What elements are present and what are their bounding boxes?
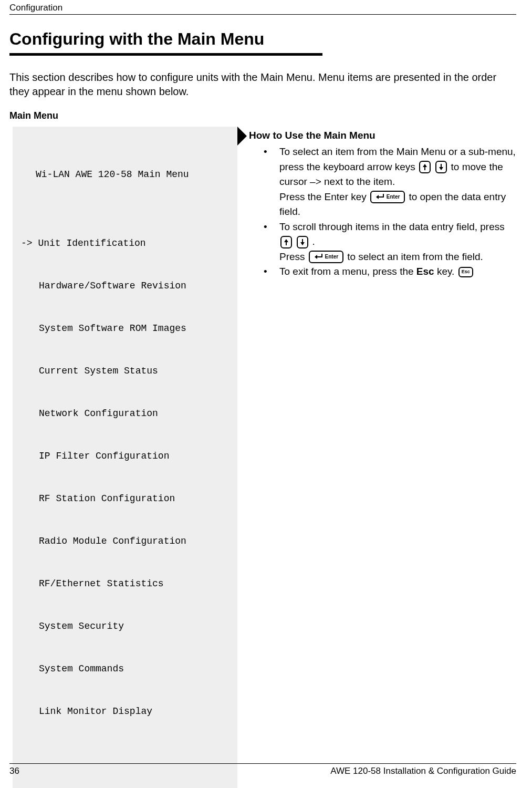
down-arrow-key-icon [297,236,308,248]
esc-word: Esc [416,266,434,277]
howto-bullet-1: To select an item from the Main Menu or … [264,144,516,220]
menu-item: Link Monitor Display [21,704,231,719]
menu-item: Hardware/Software Revision [21,279,231,293]
footer: 36 AWE 120-58 Installation & Configurati… [9,763,516,776]
esc-key-label: Esc [462,269,470,274]
menu-item: Network Configuration [21,407,231,421]
text: Press the [279,191,325,202]
howto-heading: How to Use the Main Menu [249,130,516,141]
footer-rule [9,763,516,764]
enter-key-icon: Enter [309,251,343,263]
menu-item: RF Station Configuration [21,492,231,506]
down-arrow-key-icon [435,161,447,173]
menu-item: IP Filter Configuration [21,449,231,463]
title-rule [9,53,322,56]
up-arrow-key-icon [419,161,431,173]
doc-title: AWE 120-58 Installation & Configuration … [330,766,516,776]
main-menu-subhead: Main Menu [9,110,516,121]
text: to select an item from the field. [347,251,483,262]
intro-paragraph: This section describes how to configure … [9,70,516,99]
text: To scroll through items in the data entr… [279,221,505,232]
menu-title: Wi-LAN AWE 120-58 Main Menu [21,168,231,182]
menu-item: Unit Identification [21,236,231,251]
page-number: 36 [9,766,19,776]
menu-item: System Security [21,619,231,634]
enter-word: Enter [325,191,348,202]
two-column-layout: Wi-LAN AWE 120-58 Main Menu Unit Identif… [9,127,516,788]
footer-line: 36 AWE 120-58 Installation & Configurati… [9,766,516,776]
header-rule [9,14,516,15]
text: To exit from a menu, press the [279,266,416,277]
howto-bullet-2: To scroll through items in the data entr… [264,220,516,265]
esc-key-icon: Esc [458,267,473,277]
menu-item: Current System Status [21,364,231,378]
howto-bullet-3: To exit from a menu, press the Esc key. … [264,264,516,279]
howto-panel: How to Use the Main Menu To select an it… [242,127,516,279]
running-header: Configuration [9,3,516,13]
menu-item: System Software ROM Images [21,322,231,336]
text: key. [434,266,457,277]
menu-item: RF/Ethernet Statistics [21,577,231,591]
text: . [312,236,315,247]
menu-item: System Commands [21,662,231,676]
page-title: Configuring with the Main Menu [9,29,516,49]
menu-box: Wi-LAN AWE 120-58 Main Menu Unit Identif… [13,127,237,788]
menu-wrapper: Wi-LAN AWE 120-58 Main Menu Unit Identif… [13,127,237,788]
pointer-triangle-icon [237,127,247,146]
enter-key-label: Enter [325,254,339,260]
text: key [348,191,369,202]
up-arrow-key-icon [280,236,292,248]
howto-list: To select an item from the Main Menu or … [249,144,516,279]
enter-key-label: Enter [387,194,400,200]
enter-key-icon: Enter [370,191,405,203]
menu-item: Radio Module Configuration [21,534,231,548]
text: Press [279,251,308,262]
page: Configuration Configuring with the Main … [0,0,532,788]
